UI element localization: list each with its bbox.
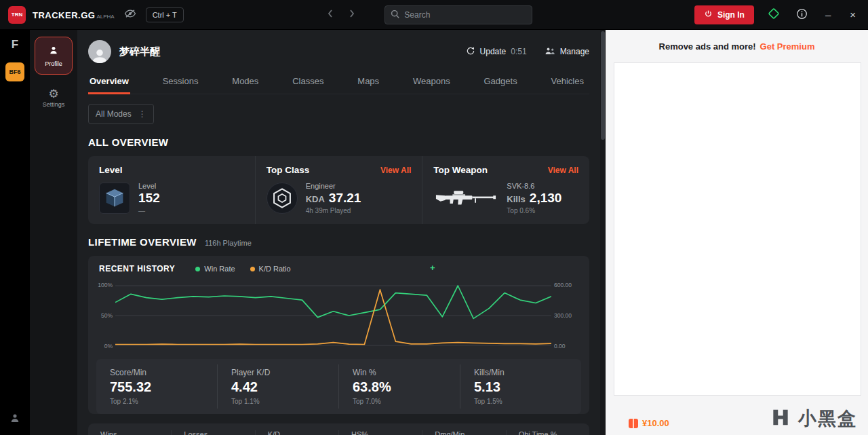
minimize-button[interactable]: –	[821, 7, 835, 22]
gear-icon: ⚙	[48, 88, 58, 100]
top-weapon-stat-label: Kills	[507, 194, 525, 204]
stat-dmg-min: Dmg/Min 442.99 Top 6.0%	[422, 430, 505, 435]
level-label: Level	[138, 182, 160, 190]
update-button[interactable]: Update 0:51	[466, 46, 527, 58]
kebab-menu-icon: ⋮	[138, 109, 146, 119]
chart-region[interactable]: 100% 50% 0% 600.00 300.00 0.00	[88, 280, 589, 351]
trn-logo[interactable]: TRN	[8, 6, 26, 24]
sniper-rifle-icon	[433, 184, 498, 212]
search-input[interactable]	[404, 10, 526, 20]
mode-filter-select[interactable]: All Modes ⋮	[88, 104, 154, 124]
nav-item-profile[interactable]: Profile	[35, 37, 73, 75]
ad-price-tag: ¥10.00	[629, 418, 669, 428]
recent-history-title: RECENT HISTORY	[99, 264, 175, 273]
ad-panel: Remove ads and more! Get Premium ¥10.00 …	[606, 30, 868, 435]
top-weapon-name: SVK-8.6	[507, 182, 561, 190]
section-nav: Profile ⚙ Settings	[30, 30, 77, 435]
power-icon	[704, 10, 713, 20]
info-button[interactable]	[793, 5, 810, 24]
titlebar: TRN TRACKER.GGALPHA Ctrl + T Sign In	[0, 0, 868, 30]
playtime-label: 116h Playtime	[205, 239, 252, 247]
eye-slash-icon	[124, 9, 136, 20]
level-sub: —	[138, 207, 160, 214]
top-class-name: Engineer	[306, 182, 361, 190]
main-content: 梦碎半醒 Update 0:51 Manage O	[77, 30, 606, 435]
top-weapon-sub: Top 0.6%	[507, 207, 561, 214]
y-left-0: 0%	[95, 343, 113, 349]
tab-vehicles[interactable]: Vehicles	[550, 71, 585, 94]
stat-win-pct: Win % 63.8% Top 7.0%	[338, 364, 460, 409]
stat-hs-pct: HS% 14.8% Bottom 42.0%	[338, 430, 422, 435]
tab-classes[interactable]: Classes	[291, 71, 325, 94]
quick-stats-strip: Score/Min 755.32 Top 2.1% Player K/D 4.4…	[96, 359, 581, 414]
stat-kills-min: Kills/Min 5.13 Top 1.5%	[460, 364, 581, 409]
avatar[interactable]	[88, 40, 111, 63]
rail-favorites-item[interactable]: F	[12, 38, 18, 52]
tab-modes[interactable]: Modes	[231, 71, 260, 94]
tab-weapons[interactable]: Weapons	[412, 71, 452, 94]
top-class-card: Top Class View All Engineer KDA	[255, 156, 422, 224]
top-class-stat-value: 37.21	[329, 191, 361, 206]
nav-item-settings[interactable]: ⚙ Settings	[43, 88, 65, 108]
main-scrollbar[interactable]	[600, 30, 606, 435]
top-class-view-all[interactable]: View All	[380, 166, 411, 175]
kd-ratio-dot	[250, 267, 255, 271]
all-overview-heading: ALL OVERVIEW	[88, 136, 589, 148]
tab-maps[interactable]: Maps	[356, 71, 380, 94]
y-right-600: 600.00	[554, 282, 583, 288]
gem-diamond-icon	[768, 7, 780, 22]
close-button[interactable]: ×	[846, 7, 860, 22]
stat-obj-time: Obj Time % 18.6% Bottom 50.0%	[506, 430, 589, 435]
profile-label: Profile	[45, 60, 62, 67]
coupon-icon	[629, 419, 638, 428]
chevron-left-icon	[328, 10, 333, 20]
hotkey-pill[interactable]: Ctrl + T	[146, 7, 184, 22]
top-weapon-stat-value: 2,130	[530, 191, 562, 206]
line-chart	[115, 280, 551, 351]
win-rate-dot	[195, 267, 200, 271]
stat-wins: Wins 262 Top 2.6%	[88, 430, 171, 435]
legend-kd-ratio[interactable]: K/D Ratio	[250, 265, 291, 273]
tab-overview[interactable]: Overview	[88, 71, 130, 94]
y-left-50: 50%	[95, 312, 113, 319]
rail-bf6-item[interactable]: BF6	[5, 62, 24, 81]
stat-player-kd: Player K/D 4.42 Top 1.1%	[217, 364, 338, 409]
level-crate-icon	[99, 183, 130, 214]
sign-in-button[interactable]: Sign In	[694, 5, 754, 24]
username: 梦碎半醒	[119, 45, 160, 58]
info-icon	[796, 8, 808, 22]
stream-hide-button[interactable]	[121, 6, 139, 23]
legend-win-rate[interactable]: Win Rate	[195, 265, 235, 273]
ad-placeholder[interactable]	[614, 62, 861, 396]
tab-sessions[interactable]: Sessions	[161, 71, 200, 94]
rewards-button[interactable]	[765, 5, 783, 24]
scrollbar-thumb[interactable]	[601, 31, 605, 140]
lifetime-stats-row: Wins 262 Top 2.6% Losses 149 K/D 10.77 T…	[88, 423, 589, 435]
update-timer: 0:51	[511, 47, 526, 56]
premium-promo-bar: Remove ads and more! Get Premium	[606, 30, 868, 62]
update-label: Update	[480, 47, 507, 56]
stat-losses: Losses 149	[171, 430, 254, 435]
top-weapon-title: Top Weapon	[433, 165, 488, 175]
stat-kd: K/D 10.77 Top 1.8%	[255, 430, 338, 435]
manage-button[interactable]: Manage	[545, 46, 589, 58]
forward-button[interactable]	[347, 7, 357, 22]
profile-header: 梦碎半醒 Update 0:51 Manage	[88, 38, 589, 65]
person-icon	[48, 45, 59, 58]
manage-label: Manage	[560, 47, 589, 56]
brand-name: TRACKER.GGALPHA	[33, 9, 115, 21]
trn-logo-text: TRN	[12, 12, 22, 18]
titlebar-actions: Sign In – ×	[694, 5, 860, 24]
sign-in-label: Sign In	[717, 10, 745, 20]
rail-user-icon[interactable]	[9, 412, 21, 427]
heybox-logo-icon	[770, 406, 791, 431]
tab-gadgets[interactable]: Gadgets	[483, 71, 519, 94]
profile-tabs: Overview Sessions Modes Classes Maps Wea…	[88, 71, 589, 94]
engineer-class-icon	[267, 183, 298, 214]
top-weapon-view-all[interactable]: View All	[548, 166, 578, 175]
top-class-stat-label: KDA	[306, 194, 325, 204]
back-button[interactable]	[325, 7, 336, 22]
search-bar[interactable]	[384, 5, 532, 24]
app-window: TRN TRACKER.GGALPHA Ctrl + T Sign In	[0, 0, 868, 435]
get-premium-link[interactable]: Get Premium	[760, 41, 815, 52]
